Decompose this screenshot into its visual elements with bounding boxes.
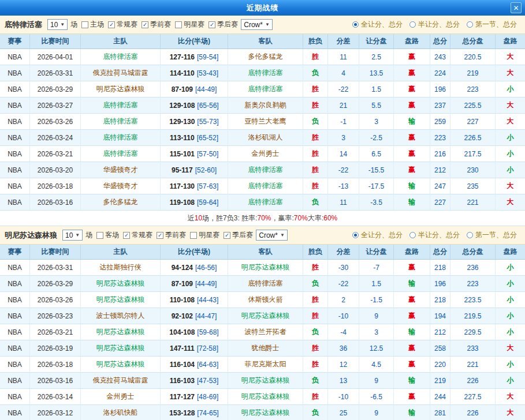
- away-team-cell[interactable]: 明尼苏达森林狼: [228, 308, 303, 324]
- score-text: 116-103: [170, 377, 195, 385]
- radio-icon: [467, 21, 473, 28]
- filter-radio[interactable]: 第一节、总分: [467, 230, 517, 240]
- handicap-result-cell: 输: [394, 114, 430, 130]
- home-team-cell[interactable]: 明尼苏达森林狼: [81, 357, 161, 373]
- away-team-cell[interactable]: 新奥尔良鹈鹕: [228, 97, 303, 114]
- total-points-cell: 247: [430, 178, 450, 194]
- home-team-cell[interactable]: 达拉斯独行侠: [81, 260, 161, 276]
- diff-cell: -22: [328, 81, 359, 97]
- home-team-cell[interactable]: 波士顿凯尔特人: [81, 308, 161, 324]
- filter-checkbox[interactable]: 主场: [81, 20, 104, 29]
- date-cell: 2026-03-18: [30, 357, 81, 373]
- home-team-cell[interactable]: 明尼苏达森林狼: [81, 340, 161, 357]
- away-team-cell[interactable]: 洛杉矶湖人: [228, 130, 303, 146]
- home-team-cell[interactable]: 多伦多猛龙: [81, 194, 161, 211]
- away-team-cell[interactable]: 明尼苏达森林狼: [228, 405, 303, 420]
- company-select[interactable]: Crow*▼: [241, 19, 273, 30]
- away-team-cell[interactable]: 明尼苏达森林狼: [228, 260, 303, 276]
- away-team-cell[interactable]: 多伦多猛龙: [228, 49, 303, 65]
- away-team-cell[interactable]: 底特律活塞: [228, 162, 303, 178]
- score-text: 117-127: [170, 393, 195, 401]
- filter-radio[interactable]: 全让分、总分: [352, 230, 403, 240]
- date-cell: 2026-03-26: [30, 114, 81, 130]
- half-score-text: [64-63]: [197, 361, 218, 369]
- filter-checkbox[interactable]: 客场: [96, 230, 119, 240]
- score-text: 104-108: [169, 328, 195, 336]
- home-team-cell[interactable]: 底特律活塞: [81, 49, 161, 65]
- score-cell: 95-117[52-60]: [161, 162, 228, 178]
- handicap-result-cell: 赢: [394, 308, 430, 324]
- home-team-cell[interactable]: 华盛顿奇才: [81, 162, 161, 178]
- away-team-cell[interactable]: 金州勇士: [228, 146, 303, 162]
- diff-cell: 2: [328, 292, 359, 308]
- handicap-line-cell: 9: [359, 308, 394, 324]
- home-team-cell[interactable]: 洛杉矶快船: [81, 405, 161, 420]
- filter-checkbox[interactable]: 季前赛: [157, 230, 186, 240]
- half-score-text: [53-43]: [197, 69, 218, 77]
- handicap-result-cell: 输: [394, 194, 430, 211]
- filter-radio[interactable]: 半让分、总分: [409, 230, 460, 240]
- score-text: 95-117: [172, 166, 193, 174]
- table-row: NBA 2026-03-18 明尼苏达森林狼 116-104[64-63] 菲尼…: [0, 357, 525, 373]
- away-team-cell[interactable]: 明尼苏达森林狼: [228, 373, 303, 389]
- checkbox-icon: [175, 21, 182, 28]
- filter-checkbox[interactable]: 常规赛: [108, 20, 137, 29]
- home-team-cell[interactable]: 明尼苏达森林狼: [81, 81, 161, 97]
- table-row: NBA 2026-03-23 波士顿凯尔特人 92-102[44-47] 明尼苏…: [0, 308, 525, 324]
- table-row: NBA 2026-03-29 明尼苏达森林狼 87-109[44-49] 底特律…: [0, 81, 525, 97]
- filter-radio[interactable]: 全让分、总分: [352, 20, 403, 29]
- league-cell: NBA: [0, 194, 30, 211]
- company-select[interactable]: Crow*▼: [256, 230, 288, 241]
- column-header: 胜负: [303, 245, 328, 260]
- home-team-cell[interactable]: 明尼苏达森林狼: [81, 292, 161, 308]
- filter-radio[interactable]: 半让分、总分: [409, 20, 460, 29]
- result-cell: 胜: [303, 81, 328, 97]
- away-team-cell[interactable]: 亚特兰大老鹰: [228, 114, 303, 130]
- diff-cell: -22: [328, 276, 359, 292]
- filter-checkbox[interactable]: 季后赛: [208, 20, 238, 29]
- filter-bar: 底特律活塞 10▼ 场 主场 常规赛 季前赛 明星赛 季后赛 Crow*▼ 全让…: [0, 16, 525, 34]
- total-line-cell: 221: [450, 194, 496, 211]
- score-cell: 147-111[72-58]: [161, 340, 228, 357]
- home-team-cell[interactable]: 底特律活塞: [81, 146, 161, 162]
- date-cell: 2026-04-01: [30, 49, 81, 65]
- away-team-cell[interactable]: 休斯顿火箭: [228, 292, 303, 308]
- filter-checkbox[interactable]: 明星赛: [175, 20, 204, 29]
- home-team-cell[interactable]: 俄克拉荷马城雷霆: [81, 65, 161, 81]
- score-cell: 87-109[44-49]: [161, 81, 228, 97]
- filter-checkbox[interactable]: 季前赛: [142, 20, 171, 29]
- away-team-cell[interactable]: 底特律活塞: [228, 194, 303, 211]
- score-cell: 104-108[59-68]: [161, 324, 228, 340]
- away-team-cell[interactable]: 菲尼克斯太阳: [228, 357, 303, 373]
- home-team-cell[interactable]: 明尼苏达森林狼: [81, 276, 161, 292]
- games-count-select[interactable]: 10▼: [47, 19, 68, 30]
- home-team-cell[interactable]: 底特律活塞: [81, 114, 161, 130]
- home-team-cell[interactable]: 金州勇士: [81, 389, 161, 405]
- away-team-cell[interactable]: 波特兰开拓者: [228, 324, 303, 340]
- handicap-line-cell: -15.5: [359, 162, 394, 178]
- league-cell: NBA: [0, 114, 30, 130]
- filter-radio[interactable]: 第一节、总分: [467, 20, 517, 29]
- home-team-cell[interactable]: 明尼苏达森林狼: [81, 324, 161, 340]
- score-cell: 87-109[44-49]: [161, 276, 228, 292]
- filter-checkbox[interactable]: 常规赛: [123, 230, 152, 240]
- away-team-cell[interactable]: 明尼苏达森林狼: [228, 389, 303, 405]
- filter-checkbox[interactable]: 季后赛: [224, 230, 253, 240]
- home-team-cell[interactable]: 俄克拉荷马城雷霆: [81, 373, 161, 389]
- total-line-cell: 227: [450, 114, 496, 130]
- away-team-cell[interactable]: 犹他爵士: [228, 340, 303, 357]
- games-count-select[interactable]: 10▼: [62, 230, 83, 241]
- home-team-cell[interactable]: 底特律活塞: [81, 130, 161, 146]
- close-button[interactable]: ✕: [511, 2, 522, 13]
- handicap-result-cell: 赢: [394, 340, 430, 357]
- half-score-text: [48-69]: [197, 393, 218, 401]
- away-team-cell[interactable]: 底特律活塞: [228, 65, 303, 81]
- away-team-cell[interactable]: 底特律活塞: [228, 276, 303, 292]
- home-team-cell[interactable]: 华盛顿奇才: [81, 178, 161, 194]
- away-team-cell[interactable]: 底特律活塞: [228, 81, 303, 97]
- league-cell: NBA: [0, 81, 30, 97]
- team-name: 底特律活塞: [5, 20, 42, 30]
- home-team-cell[interactable]: 底特律活塞: [81, 97, 161, 114]
- filter-checkbox[interactable]: 明星赛: [190, 230, 219, 240]
- away-team-cell[interactable]: 底特律活塞: [228, 178, 303, 194]
